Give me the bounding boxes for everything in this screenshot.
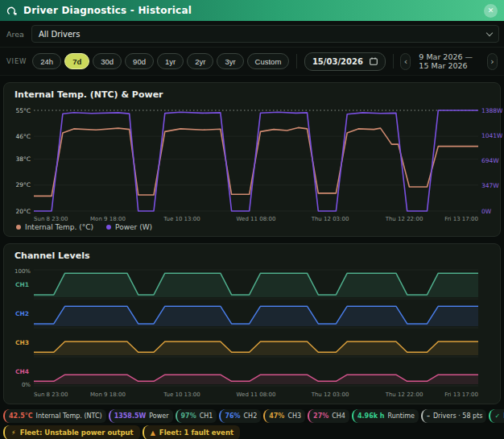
svg-text:46°C: 46°C (15, 133, 31, 140)
svg-text:1041W: 1041W (481, 132, 502, 139)
svg-text:Thu 12 22:00: Thu 12 22:00 (385, 391, 423, 398)
svg-text:Mon 9 18:00: Mon 9 18:00 (90, 216, 126, 222)
titlebar: Driver Diagnostics - Historical ✕ (0, 0, 504, 21)
status-chip-label: CH2 (244, 412, 258, 420)
date-range-text: 9 Mar 2026 — 15 Mar 2026 (419, 52, 479, 70)
legend-dot (16, 225, 21, 230)
view-range-2yr[interactable]: 2yr (187, 53, 213, 69)
status-chip-ch2: 76%CH2 (219, 409, 261, 423)
view-range-1yr[interactable]: 1yr (157, 53, 184, 69)
status-chip-value: 42.5°C (9, 412, 33, 420)
view-toolbar: VIEW 24h7d30d90d1yr2yr3yrCustom 15/03/20… (0, 48, 504, 76)
svg-text:55°C: 55°C (15, 107, 31, 114)
status-chip-label: Internal Temp. (NTC) (36, 412, 102, 420)
fleet-alerts-bar: ⚡Fleet: Unstable power output▲Fleet: 1 f… (3, 425, 501, 439)
view-range-30d[interactable]: 30d (93, 53, 122, 69)
status-chip-value: 1358.5W (114, 412, 147, 420)
view-range-24h[interactable]: 24h (32, 53, 61, 69)
close-icon: ✕ (488, 6, 494, 14)
prev-period-button[interactable]: ‹ (400, 53, 411, 70)
ch3-area (34, 342, 478, 355)
range-button-group: 24h7d30d90d1yr2yr3yrCustom (32, 53, 289, 69)
chevron-left-icon: ‹ (404, 56, 407, 67)
status-chip-label: Power (149, 412, 168, 420)
svg-text:38°C: 38°C (15, 155, 31, 163)
legend-label: Power (W) (115, 223, 152, 231)
power-w-line (34, 110, 478, 211)
svg-text:Sun 8 23:00: Sun 8 23:00 (34, 216, 68, 222)
warning-icon: ▲ (151, 429, 155, 437)
status-chip-no-faults: ✓No Faults (489, 409, 504, 423)
svg-text:CH4: CH4 (15, 368, 29, 375)
svg-text:Tue 10 13:00: Tue 10 13:00 (163, 216, 200, 222)
status-chip-ch4: 27%CH4 (308, 409, 349, 423)
temp-power-panel: Internal Temp. (NTC) & Power 55°C46°C38°… (3, 82, 501, 237)
area-select[interactable]: All Drivers (31, 25, 499, 43)
ch4-area (34, 375, 478, 384)
area-filter-row: Area All Drivers (0, 21, 504, 48)
view-range-custom[interactable]: Custom (247, 53, 290, 69)
svg-text:CH2: CH2 (15, 310, 29, 317)
close-button[interactable]: ✕ (484, 4, 498, 18)
status-chip-label: CH1 (200, 412, 213, 420)
channel-levels-chart-title: Channel Levels (14, 251, 496, 261)
svg-text:Thu 12 22:00: Thu 12 22:00 (385, 216, 423, 222)
status-chip-value: 76% (225, 412, 240, 420)
legend-label: Internal Temp. (°C) (25, 223, 93, 231)
status-chip-value: 97% (181, 412, 196, 420)
channel-levels-chart: 100%0%CH1CH2CH3CH4Sun 8 23:00Mon 9 18:00… (8, 263, 502, 402)
svg-text:Mon 9 18:00: Mon 9 18:00 (90, 391, 126, 398)
svg-text:1388W: 1388W (481, 107, 502, 114)
view-range-90d[interactable]: 90d (125, 53, 154, 69)
alert-chip-fleet-1-fault-event: ▲Fleet: 1 fault event (143, 425, 240, 439)
date-picker[interactable]: 15/03/2026 (304, 52, 386, 71)
chart-legend: Internal Temp. (°C)Power (W) (16, 223, 496, 231)
status-chip-value: – (427, 412, 430, 420)
status-chip-power: 1358.5WPower (109, 409, 173, 423)
svg-text:Fri 13 17:00: Fri 13 17:00 (444, 391, 478, 398)
internal-temp-power-chart: 55°C46°C38°C29°C20°C1388W1041W694W347W0W… (8, 102, 502, 223)
driver-icon (6, 6, 19, 16)
status-chip-label: Runtime (388, 412, 415, 420)
status-chip-label: CH4 (332, 412, 345, 420)
ch1-area (34, 273, 478, 297)
next-period-button[interactable]: › (487, 53, 498, 70)
bolt-icon: ⚡ (11, 429, 16, 437)
svg-text:CH3: CH3 (15, 339, 29, 346)
svg-text:100%: 100% (14, 268, 31, 275)
svg-text:0%: 0% (22, 382, 31, 388)
page-title: Driver Diagnostics - Historical (23, 5, 192, 16)
alert-text: Fleet: 1 fault event (159, 429, 233, 437)
calendar-icon (370, 57, 378, 65)
chevron-down-icon (486, 29, 493, 35)
svg-text:29°C: 29°C (15, 181, 31, 188)
svg-text:694W: 694W (481, 157, 499, 164)
status-chip-runtime: 4.96k hRuntime (352, 409, 419, 423)
legend-item-power-w: Power (W) (106, 223, 152, 231)
legend-dot (106, 225, 111, 230)
area-label: Area (5, 30, 24, 39)
svg-text:Tue 10 13:00: Tue 10 13:00 (163, 391, 200, 398)
temp-power-chart-title: Internal Temp. (NTC) & Power (14, 89, 496, 100)
status-chip-label: CH3 (287, 412, 301, 420)
status-chip-label: Drivers · 58 pts (433, 412, 483, 420)
view-range-3yr[interactable]: 3yr (217, 53, 243, 69)
area-select-value: All Drivers (39, 30, 81, 39)
alert-chip-fleet-unstable-power-output: ⚡Fleet: Unstable power output (3, 425, 140, 439)
alert-text: Fleet: Unstable power output (20, 429, 134, 437)
svg-text:CH1: CH1 (15, 281, 29, 288)
status-chip-ch3: 47%CH3 (263, 409, 305, 423)
date-value: 15/03/2026 (312, 57, 363, 66)
status-chip-value: 47% (269, 412, 284, 420)
svg-text:Fri 13 17:00: Fri 13 17:00 (444, 216, 478, 222)
view-range-7d[interactable]: 7d (64, 53, 89, 69)
svg-text:Wed 11 08:00: Wed 11 08:00 (237, 216, 276, 222)
chevron-right-icon: › (490, 56, 494, 67)
status-chip-value: 4.96k h (357, 412, 385, 420)
status-chip-value: 27% (313, 412, 328, 420)
svg-text:0W: 0W (481, 208, 492, 215)
svg-text:Sun 8 23:00: Sun 8 23:00 (34, 391, 68, 398)
toolbar-divider (296, 54, 297, 68)
status-chip-value: ✓ (494, 412, 500, 420)
driver-diagnostics-window: Driver Diagnostics - Historical ✕ Area A… (0, 0, 504, 439)
